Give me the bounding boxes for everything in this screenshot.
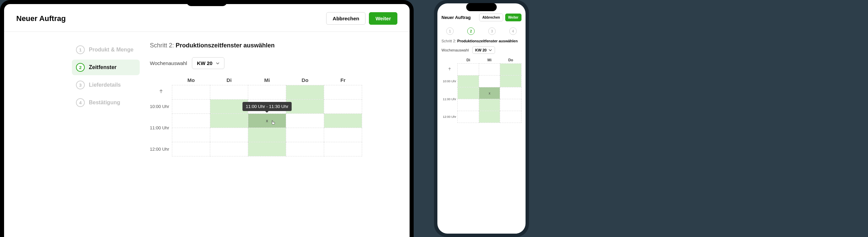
week-selector-row: Wochenauswahl KW 20 — [441, 46, 521, 54]
calendar: Mo Di Mi Do Fr — [150, 77, 399, 156]
heading-strong: Produktionszeitfenster auswählen — [457, 39, 517, 43]
step-number: 2 — [76, 63, 85, 72]
remove-slot-icon[interactable]: x — [266, 118, 268, 123]
step-product[interactable]: 1 Produkt & Menge — [72, 42, 140, 58]
body: 1 Produkt & Menge 2 Zeitfenster 3 Liefer… — [4, 32, 410, 237]
time-slot[interactable] — [324, 85, 362, 100]
phone-notch — [466, 3, 497, 11]
scroll-up-icon[interactable] — [150, 85, 172, 100]
day-header: Mi — [248, 77, 286, 85]
time-slot[interactable] — [479, 111, 500, 123]
step-delivery[interactable]: 3 Lieferdetails — [72, 77, 140, 93]
time-slot[interactable] — [500, 76, 521, 87]
time-slot[interactable] — [500, 64, 521, 76]
time-slot[interactable] — [500, 99, 521, 111]
step-circle[interactable]: 4 — [509, 27, 517, 35]
pointer-cursor-icon — [270, 120, 276, 126]
time-slot[interactable] — [458, 64, 479, 76]
step-number: 4 — [76, 98, 85, 107]
time-slot[interactable] — [286, 114, 324, 128]
next-button[interactable]: Weiter — [505, 14, 521, 21]
day-header: Di — [458, 58, 479, 64]
time-slot[interactable] — [324, 114, 362, 128]
step-number: 1 — [76, 45, 85, 54]
time-slot[interactable] — [479, 76, 500, 87]
time-slot[interactable] — [172, 114, 210, 128]
time-label: 11:00 Uhr — [441, 87, 458, 111]
week-selected-value: KW 20 — [475, 48, 487, 52]
time-label: 12:00 Uhr — [150, 142, 172, 156]
scroll-up-icon[interactable] — [441, 64, 458, 76]
time-slot[interactable] — [210, 85, 248, 100]
week-selector-row: Wochenauswahl KW 20 — [150, 57, 399, 69]
time-slot[interactable] — [500, 87, 521, 99]
day-header: Mi — [479, 58, 500, 64]
time-slot-selected[interactable]: x — [479, 87, 500, 99]
main-content: Schritt 2: Produktionszeitfenster auswäh… — [140, 42, 399, 237]
time-slot[interactable] — [500, 111, 521, 123]
time-slot[interactable] — [286, 85, 324, 100]
time-slot[interactable] — [172, 100, 210, 114]
time-slot[interactable] — [248, 85, 286, 100]
chevron-down-icon — [216, 62, 219, 65]
week-select[interactable]: KW 20 — [192, 57, 224, 69]
tablet-notch — [186, 0, 227, 6]
day-header: Mo — [172, 77, 210, 85]
day-header: Do — [500, 58, 521, 64]
step-list-mobile: 1 2 3 4 — [437, 25, 526, 38]
page-title: Neuer Auftrag — [441, 15, 477, 20]
time-slot[interactable] — [458, 87, 479, 99]
step-timeslot[interactable]: 2 Zeitfenster — [72, 60, 140, 75]
step-heading: Schritt 2: Produktionszeitfenster auswäh… — [150, 42, 399, 49]
time-slot[interactable] — [172, 128, 210, 142]
time-slot[interactable] — [210, 142, 248, 156]
step-circle[interactable]: 3 — [488, 27, 496, 35]
time-label: 10:00 Uhr — [441, 76, 458, 87]
day-header: Di — [210, 77, 248, 85]
step-heading: Schritt 2: Produktionszeitfenster auswäh… — [441, 39, 521, 43]
time-slot[interactable] — [458, 111, 479, 123]
tablet-device: Neuer Auftrag Abbrechen Weiter 1 Produkt… — [0, 0, 414, 237]
week-label: Wochenauswahl — [150, 60, 187, 66]
calendar-grid: Mo Di Mi Do Fr — [150, 77, 362, 156]
week-label: Wochenauswahl — [441, 48, 469, 52]
page-title: Neuer Auftrag — [16, 14, 323, 23]
step-circle[interactable]: 1 — [446, 27, 454, 35]
time-slot[interactable] — [248, 128, 286, 142]
time-slot[interactable] — [479, 99, 500, 111]
week-selected-value: KW 20 — [197, 60, 213, 66]
header-bar: Neuer Auftrag Abbrechen Weiter — [4, 4, 410, 32]
next-button[interactable]: Weiter — [369, 12, 397, 25]
time-slot[interactable] — [479, 64, 500, 76]
time-slot[interactable] — [324, 142, 362, 156]
week-select[interactable]: KW 20 — [472, 46, 495, 54]
time-slot[interactable] — [248, 142, 286, 156]
time-slot[interactable] — [286, 128, 324, 142]
time-slot[interactable] — [172, 85, 210, 100]
time-slot[interactable] — [324, 100, 362, 114]
step-label: Produkt & Menge — [89, 47, 134, 53]
step-label: Lieferdetails — [89, 82, 121, 88]
time-label: 12:00 Uhr — [441, 111, 458, 123]
heading-strong: Produktionszeitfenster auswählen — [176, 42, 275, 49]
step-confirm[interactable]: 4 Bestätigung — [72, 95, 140, 110]
step-label: Bestätigung — [89, 100, 120, 106]
step-number: 3 — [76, 81, 85, 89]
time-slot[interactable] — [458, 76, 479, 87]
time-slot-selected[interactable]: 11:00 Uhr - 11:30 Uhr x — [248, 114, 286, 128]
time-slot[interactable] — [210, 114, 248, 128]
step-label: Zeitfenster — [89, 64, 117, 70]
time-slot[interactable] — [286, 142, 324, 156]
cancel-button[interactable]: Abbrechen — [326, 12, 366, 25]
time-slot[interactable] — [210, 128, 248, 142]
time-slot[interactable] — [172, 142, 210, 156]
step-circle[interactable]: 2 — [467, 27, 475, 35]
time-label: 10:00 Uhr — [150, 100, 172, 114]
day-header: Fr — [324, 77, 362, 85]
heading-prefix: Schritt 2: — [150, 42, 176, 49]
cancel-button[interactable]: Abbrechen — [479, 14, 503, 21]
phone-device: Neuer Auftrag Abbrechen Weiter 1 2 3 4 S… — [434, 0, 529, 237]
time-slot[interactable] — [324, 128, 362, 142]
remove-slot-icon[interactable]: x — [489, 91, 490, 95]
time-slot[interactable] — [458, 99, 479, 111]
